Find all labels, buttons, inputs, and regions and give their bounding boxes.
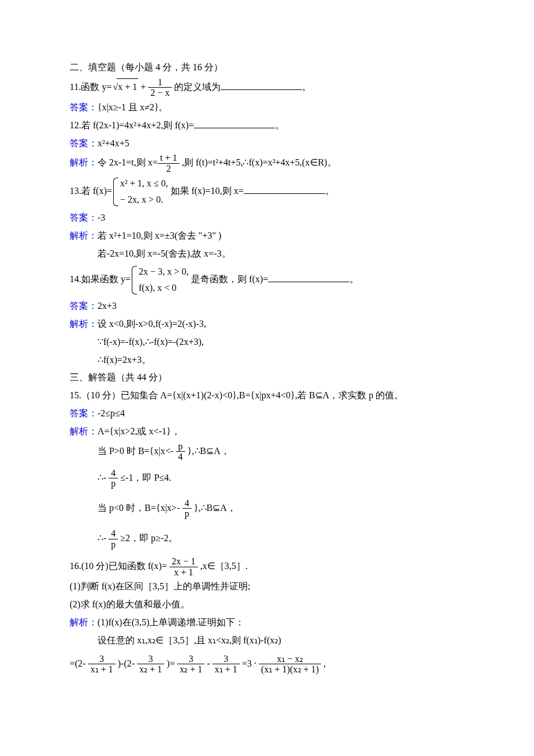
q15-line-3: 当 p<0 时，B={x|x>- 4p },∴B⊆A， [70, 498, 464, 519]
eq-t2: 3x₂ + 1 [137, 654, 164, 675]
brace-icon: x² + 1, x ≤ 0,− 2x, x > 0. [112, 175, 168, 209]
q12-text: 12.若 f(2x-1)=4x²+4x+2,则 f(x)= [70, 120, 194, 130]
explain-label: 解析： [70, 426, 98, 436]
q15-l4-pre: ∴- [98, 533, 109, 543]
sqrt-icon: x + 1 [111, 78, 138, 96]
eq-mid4: =3 · [240, 658, 259, 668]
q11-end: 。 [302, 82, 311, 92]
q13-row1: x² + 1, x ≤ 0, [120, 175, 168, 192]
explain-label: 解析： [70, 319, 98, 329]
q16-frac: 2x − 1x + 1 [169, 556, 198, 577]
q11-post: 的定义域为 [172, 82, 221, 92]
q13-end: 。 [325, 186, 334, 196]
q15-l2-frac: 4p [109, 468, 118, 489]
q14-ans-text: 2x+3 [98, 301, 117, 311]
q16-equation: =(2- 3x₁ + 1 )-(2- 3x₂ + 1 )= 3x₂ + 1 - … [70, 654, 464, 675]
q15-l2-pre: ∴- [98, 472, 109, 482]
answer-label: 答案： [70, 138, 98, 148]
q15-l1-pre: 当 P>0 时 B={x|x<- [98, 445, 176, 455]
q15-line-2: ∴- 4p ≤-1，即 P≤4. [70, 468, 464, 489]
q15-l1-post: },∴B⊆A， [185, 445, 230, 455]
answer-label: 答案： [70, 301, 98, 311]
q14-row1: 2x − 3, x > 0, [139, 264, 189, 280]
q16-part1: (1)判断 f(x)在区间［3,5］上的单调性并证明; [70, 578, 464, 595]
q12-exp-post: ,则 f(t)=t²+4t+5,∴f(x)=x²+4x+5,(x∈R)。 [179, 157, 336, 167]
frac-num: 3 [212, 654, 240, 665]
q11-frac-num: 1 [148, 77, 172, 88]
q13-stem: 13.若 f(x)=x² + 1, x ≤ 0,− 2x, x > 0. 如果 … [70, 175, 464, 209]
q15-l3-pre: 当 p<0 时，B={x|x>- [98, 503, 182, 513]
q15-stem: 15.（10 分）已知集合 A={x|(x+1)(2-x)<0},B={x|px… [70, 387, 464, 404]
answer-label: 答案： [70, 213, 98, 222]
q14-end: 。 [349, 274, 359, 284]
q15-explain-1: 解析：A={x|x>2,或 x<-1}， [70, 423, 464, 440]
q13-row2: − 2x, x > 0. [120, 192, 168, 208]
eq-mid3: - [204, 658, 212, 668]
q15-l3-frac: 4p [182, 498, 192, 519]
frac-den: p [109, 478, 118, 489]
q11-ans-text: {x|x≥-1 且 x≠2}。 [98, 102, 168, 112]
q15-answer: 答案：-2≤p≤4 [70, 405, 464, 422]
frac-num: 3 [177, 654, 204, 665]
q15-line-1: 当 P>0 时 B={x|x<- p4 },∴B⊆A， [70, 441, 464, 462]
frac-num: 4 [182, 498, 192, 509]
q16-post: ,x∈［3,5］. [198, 561, 248, 571]
q13-pre: 13.若 f(x)= [70, 186, 112, 196]
q11-stem: 11.函数 y=x + 1 + 12 − x 的定义域为。 [70, 77, 464, 98]
explain-label: 解析： [70, 157, 98, 167]
frac-den: x + 1 [169, 567, 198, 578]
q14-stem: 14.如果函数 y=2x − 3, x > 0,f(x), x < 0 是奇函数… [70, 264, 464, 297]
frac-num: 3 [88, 654, 116, 665]
frac-num: 4 [109, 528, 118, 539]
q13-mid: 如果 f(x)=10,则 x= [168, 186, 244, 196]
eq-end: , [321, 658, 326, 668]
q14-answer: 答案：2x+3 [70, 298, 464, 315]
q14-explain-2: ∵f(-x)=-f(x),∴-f(x)=-(2x+3), [70, 334, 464, 351]
q16-explain-2: 设任意的 x₁,x₂∈［3,5］,且 x₁<x₂,则 f(x₁)-f(x₂) [70, 632, 464, 649]
answer-label: 答案： [70, 102, 98, 112]
frac-num: 4 [109, 468, 118, 479]
q12-frac: t + 12 [158, 153, 179, 174]
eq-t5: x₁ − x₂(x₁ + 1)(x₂ + 1) [259, 654, 321, 675]
q15-l4-post: ≥2，即 p≥-2。 [118, 533, 178, 543]
q16-stem: 16.(10 分)已知函数 f(x)= 2x − 1x + 1 ,x∈［3,5］… [70, 556, 464, 577]
q13-explain-1: 解析：若 x²+1=10,则 x=±3(舍去 "+3" ) [70, 228, 464, 244]
q15-line-4: ∴- 4p ≥2，即 p≥-2。 [70, 528, 464, 549]
frac-num: 2x − 1 [169, 556, 198, 567]
q13-answer: 答案：-3 [70, 210, 464, 226]
q14-pre: 14.如果函数 y= [70, 274, 131, 284]
explain-label: 解析： [70, 617, 98, 627]
q12-end: 。 [275, 120, 284, 130]
answer-label: 答案： [70, 408, 98, 418]
q12-exp-pre: 令 2x-1=t,则 x= [98, 157, 158, 167]
q15-ans-text: -2≤p≤4 [98, 408, 125, 418]
q11-radicand: x + 1 [117, 78, 138, 96]
q15-l1-frac: p4 [176, 441, 185, 462]
q14-mid: 是奇函数，则 f(x)= [189, 274, 268, 284]
frac-den: p [109, 539, 118, 550]
q14-row2: f(x), x < 0 [139, 280, 189, 297]
q12-stem: 12.若 f(2x-1)=4x²+4x+2,则 f(x)=。 [70, 117, 464, 134]
q11-answer: 答案：{x|x≥-1 且 x≠2}。 [70, 99, 464, 116]
frac-num: p [176, 441, 185, 452]
q16-pre: 16.(10 分)已知函数 f(x)= [70, 561, 169, 571]
brace-icon: 2x − 3, x > 0,f(x), x < 0 [131, 264, 189, 297]
q14-explain-3: ∴f(x)=2x+3。 [70, 352, 464, 369]
eq-t3: 3x₂ + 1 [177, 654, 204, 675]
q16-exp1: (1)f(x)在(3,5)上单调递增.证明如下： [98, 617, 244, 627]
eq-pre: =(2- [70, 658, 88, 668]
q15-l3-post: },∴B⊆A， [192, 503, 236, 513]
q13-explain-2: 若-2x=10,则 x=-5(舍去),故 x=-3。 [70, 246, 464, 262]
q11-frac: 12 − x [148, 77, 172, 98]
section-2-title: 二、填空题（每小题 4 分，共 16 分） [70, 59, 464, 76]
q11-plus: + [138, 82, 148, 92]
blank-line [244, 184, 325, 194]
blank-line [221, 80, 302, 90]
q14-exp1: 设 x<0,则-x>0,f(-x)=2(-x)-3, [98, 319, 206, 329]
eq-t1: 3x₁ + 1 [88, 654, 116, 675]
q13-ans-text: -3 [98, 213, 105, 222]
frac-num: 3 [137, 654, 164, 665]
frac-den: (x₁ + 1)(x₂ + 1) [259, 664, 321, 675]
explain-label: 解析： [70, 231, 98, 240]
q11-frac-den: 2 − x [148, 88, 172, 98]
